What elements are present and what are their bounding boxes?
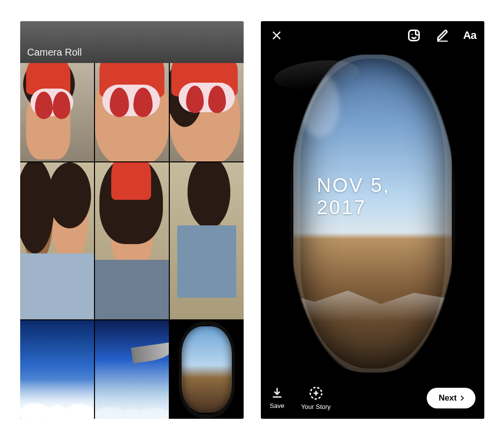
your-story-button[interactable]: Your Story	[301, 386, 331, 410]
photo-thumb[interactable]	[170, 320, 244, 419]
add-story-icon	[309, 386, 323, 400]
camera-roll-screen: Camera Roll	[20, 21, 244, 419]
close-button[interactable]	[269, 28, 284, 43]
sticker-icon	[407, 29, 421, 42]
save-button[interactable]: Save	[270, 386, 284, 409]
editor-topbar: Aa	[261, 21, 484, 50]
photo-thumb[interactable]	[170, 162, 244, 320]
photo-thumb[interactable]	[20, 63, 94, 161]
text-button[interactable]: Aa	[463, 29, 476, 42]
download-icon	[271, 386, 284, 399]
story-canvas[interactable]	[261, 21, 484, 419]
photo-thumb[interactable]	[95, 162, 169, 320]
date-sticker[interactable]: NOV 5, 2017	[317, 174, 429, 218]
photo-thumb[interactable]	[20, 320, 94, 419]
photo-thumb[interactable]	[20, 162, 94, 320]
camera-roll-title: Camera Roll	[27, 47, 82, 58]
next-label: Next	[439, 393, 457, 403]
svg-point-2	[415, 34, 416, 35]
editor-bottombar: Save Your Story Next	[261, 377, 484, 419]
photo-thumb[interactable]	[95, 63, 169, 161]
svg-point-1	[411, 34, 412, 35]
pencil-icon	[436, 29, 449, 42]
close-icon	[271, 30, 282, 41]
chevron-right-icon	[459, 395, 466, 402]
next-button[interactable]: Next	[427, 388, 475, 408]
draw-button[interactable]	[435, 28, 450, 43]
save-label: Save	[270, 402, 284, 409]
camera-roll-header[interactable]: Camera Roll	[20, 21, 244, 63]
photo-thumb[interactable]	[95, 320, 169, 419]
story-editor-screen: NOV 5, 2017	[261, 21, 484, 419]
your-story-label: Your Story	[301, 403, 331, 410]
photo-thumb[interactable]	[170, 63, 244, 161]
photo-grid	[20, 63, 244, 419]
sticker-button[interactable]	[406, 28, 422, 43]
